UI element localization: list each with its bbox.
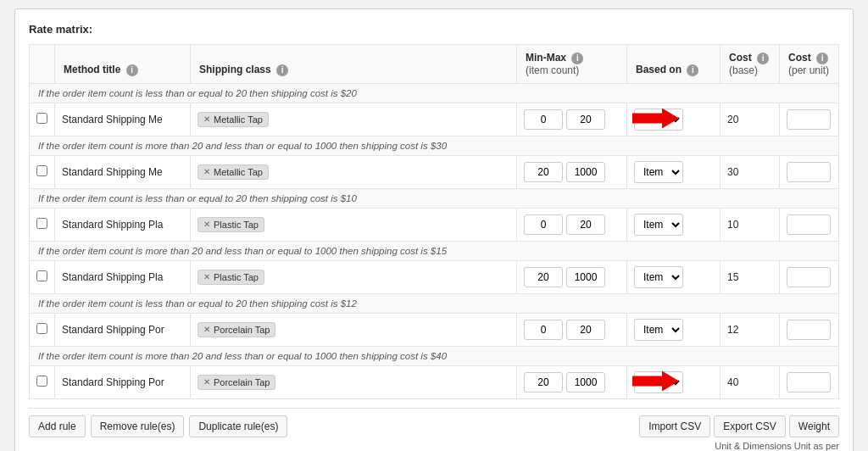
weight-button[interactable]: Weight bbox=[789, 415, 839, 437]
min-input[interactable] bbox=[524, 320, 563, 340]
row-checkbox-cell bbox=[30, 365, 55, 398]
cost-per-input[interactable] bbox=[787, 372, 831, 393]
tag-label: Porcelain Tap bbox=[214, 377, 270, 387]
row-cost-base: 15 bbox=[721, 260, 780, 293]
header-based-on: Based on i bbox=[627, 45, 721, 84]
shipping-class-tag: ✕Plastic Tap bbox=[198, 270, 264, 285]
rate-matrix-container: Rate matrix: Method title i Shipping cla… bbox=[14, 8, 854, 451]
max-input[interactable] bbox=[566, 320, 605, 340]
tag-remove-icon[interactable]: ✕ bbox=[203, 114, 210, 124]
minmax-inputs bbox=[524, 214, 620, 235]
table-row: Standard Shipping Me✕Metallic Tap Item20 bbox=[30, 103, 839, 136]
method-title-info-icon[interactable]: i bbox=[126, 64, 138, 76]
shipping-class-tag: ✕Plastic Tap bbox=[198, 217, 264, 232]
svg-marker-1 bbox=[632, 370, 679, 391]
based-on-select[interactable]: Item bbox=[634, 161, 683, 183]
header-cost-base: Cost i (base) bbox=[721, 45, 780, 84]
row-cost-base: 40 bbox=[721, 365, 780, 398]
based-on-select[interactable]: Item bbox=[634, 319, 683, 341]
cost-base-value: 15 bbox=[727, 271, 738, 283]
tag-label: Metallic Tap bbox=[214, 114, 263, 125]
row-checkbox[interactable] bbox=[36, 270, 47, 281]
cost-base-value: 10 bbox=[727, 219, 738, 231]
max-input[interactable] bbox=[566, 372, 605, 393]
row-checkbox-cell bbox=[30, 313, 55, 346]
info-row-text: If the order item count is more than 20 … bbox=[30, 241, 839, 260]
max-input[interactable] bbox=[566, 109, 605, 130]
info-row: If the order item count is more than 20 … bbox=[30, 241, 839, 260]
row-minmax bbox=[517, 313, 627, 346]
row-checkbox[interactable] bbox=[36, 323, 47, 334]
header-shipping-class: Shipping class i bbox=[191, 45, 517, 84]
tag-remove-icon[interactable]: ✕ bbox=[203, 325, 210, 334]
row-cost-base: 12 bbox=[721, 313, 780, 346]
row-based-on: Item bbox=[627, 260, 721, 293]
max-input[interactable] bbox=[566, 267, 605, 287]
tag-remove-icon[interactable]: ✕ bbox=[203, 377, 210, 387]
header-cost-per: Cost i (per unit) bbox=[780, 45, 839, 84]
shipping-class-info-icon[interactable]: i bbox=[276, 64, 288, 76]
row-checkbox[interactable] bbox=[36, 113, 47, 124]
table-row: Standard Shipping Pla✕Plastic TapItem10 bbox=[30, 208, 839, 241]
shipping-class-tag: ✕Porcelain Tap bbox=[198, 375, 275, 390]
cost-base-value: 30 bbox=[727, 166, 738, 178]
tag-remove-icon[interactable]: ✕ bbox=[203, 167, 210, 176]
row-shipping-class: ✕Metallic Tap bbox=[191, 103, 517, 136]
min-input[interactable] bbox=[524, 162, 563, 182]
cost-base-info-icon[interactable]: i bbox=[757, 53, 769, 64]
header-minmax: Min-Max i (item count) bbox=[517, 45, 627, 84]
row-based-on: Item bbox=[627, 155, 721, 188]
row-checkbox[interactable] bbox=[36, 165, 47, 176]
minmax-info-icon[interactable]: i bbox=[571, 53, 583, 64]
tag-label: Metallic Tap bbox=[214, 167, 263, 177]
max-input[interactable] bbox=[566, 214, 605, 235]
tag-remove-icon[interactable]: ✕ bbox=[203, 220, 210, 229]
header-checkbox bbox=[30, 45, 55, 84]
remove-rules-button[interactable]: Remove rule(es) bbox=[91, 415, 185, 437]
min-input[interactable] bbox=[524, 372, 563, 393]
row-shipping-class: ✕Metallic Tap bbox=[191, 155, 517, 188]
row-method-title: Standard Shipping Por bbox=[55, 313, 191, 346]
info-row-text: If the order item count is more than 20 … bbox=[30, 136, 839, 155]
min-input[interactable] bbox=[524, 214, 563, 235]
cost-per-input[interactable] bbox=[787, 109, 831, 130]
table-row: Standard Shipping Por✕Porcelain TapItem1… bbox=[30, 313, 839, 346]
min-input[interactable] bbox=[524, 109, 563, 130]
row-checkbox[interactable] bbox=[36, 376, 47, 387]
footer-csv-buttons: Import CSV Export CSV Weight bbox=[639, 415, 839, 437]
duplicate-rules-button[interactable]: Duplicate rule(es) bbox=[189, 415, 287, 437]
row-method-title: Standard Shipping Me bbox=[55, 103, 191, 136]
row-shipping-class: ✕Porcelain Tap bbox=[191, 313, 517, 346]
row-shipping-class: ✕Plastic Tap bbox=[191, 260, 517, 293]
cost-per-info-icon[interactable]: i bbox=[816, 53, 828, 64]
row-cost-per bbox=[780, 260, 839, 293]
row-method-title: Standard Shipping Pla bbox=[55, 208, 191, 241]
cost-base-value: 12 bbox=[727, 324, 738, 336]
row-minmax bbox=[517, 260, 627, 293]
cost-per-input[interactable] bbox=[787, 267, 831, 287]
row-shipping-class: ✕Porcelain Tap bbox=[191, 365, 517, 398]
min-input[interactable] bbox=[524, 267, 563, 287]
row-based-on: Item bbox=[627, 313, 721, 346]
cost-per-input[interactable] bbox=[787, 320, 831, 340]
row-cost-per bbox=[780, 155, 839, 188]
header-method-title: Method title i bbox=[55, 45, 191, 84]
cost-per-input[interactable] bbox=[787, 162, 831, 182]
row-checkbox[interactable] bbox=[36, 218, 47, 229]
add-rule-button[interactable]: Add rule bbox=[29, 415, 86, 437]
cost-per-input[interactable] bbox=[787, 214, 831, 235]
based-on-select[interactable]: Item bbox=[634, 266, 683, 288]
row-checkbox-cell bbox=[30, 260, 55, 293]
max-input[interactable] bbox=[566, 162, 605, 182]
tag-remove-icon[interactable]: ✕ bbox=[203, 272, 210, 281]
row-minmax bbox=[517, 365, 627, 398]
table-row: Standard Shipping Me✕Metallic TapItem30 bbox=[30, 155, 839, 188]
row-based-on: Item bbox=[627, 208, 721, 241]
import-csv-button[interactable]: Import CSV bbox=[639, 415, 710, 437]
info-row-text: If the order item count is less than or … bbox=[30, 83, 839, 103]
based-on-select[interactable]: Item bbox=[634, 214, 683, 236]
based-on-info-icon[interactable]: i bbox=[687, 64, 698, 76]
footer-right: Import CSV Export CSV Weight Unit & Dime… bbox=[639, 415, 839, 451]
row-cost-base: 10 bbox=[721, 208, 780, 241]
export-csv-button[interactable]: Export CSV bbox=[714, 415, 786, 437]
